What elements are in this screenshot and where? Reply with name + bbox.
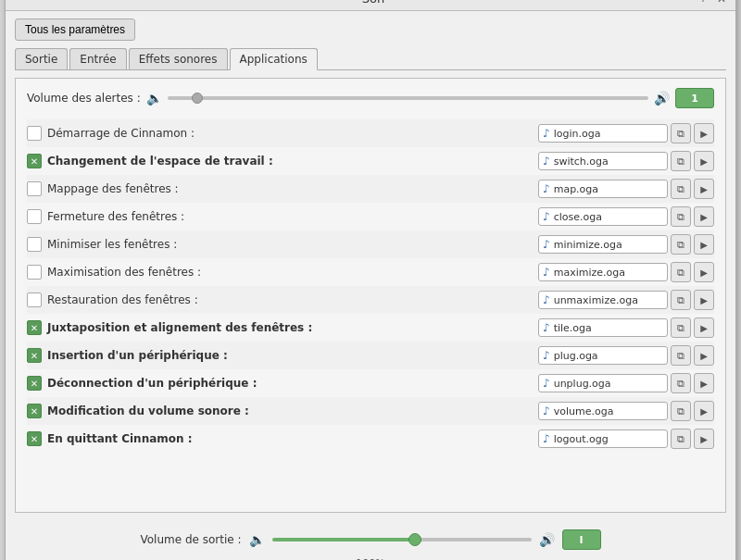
play-sound-button[interactable]: ▶ (694, 179, 714, 199)
sound-checkbox[interactable] (27, 404, 42, 418)
music-icon: ♪ (543, 293, 550, 306)
copy-sound-button[interactable]: ⧉ (671, 317, 691, 338)
sound-row-label: Minimiser les fenêtres : (47, 238, 538, 251)
sound-file-field[interactable]: ♪login.oga (538, 124, 668, 143)
sound-filename: maximize.oga (554, 267, 625, 279)
window-title: Son (69, 0, 678, 6)
sound-file-field[interactable]: ♪switch.oga (538, 152, 668, 170)
sound-row-label: Changement de l'espace de travail : (47, 155, 538, 168)
sound-row-label: Maximisation des fenêtres : (47, 266, 538, 279)
sound-filename: login.oga (554, 128, 601, 140)
alert-volume-slider[interactable] (168, 96, 648, 100)
sound-file-field[interactable]: ♪close.oga (538, 207, 668, 226)
copy-sound-button[interactable]: ⧉ (671, 345, 691, 366)
music-icon: ♪ (543, 182, 550, 195)
play-sound-button[interactable]: ▶ (694, 317, 714, 338)
sound-file-field[interactable]: ♪unmaximize.oga (538, 291, 668, 309)
output-volume-thumb[interactable] (408, 533, 421, 546)
sound-row-label: Fermeture des fenêtres : (47, 210, 538, 223)
alert-volume-label: Volume des alertes : (27, 92, 141, 105)
tab-applications[interactable]: Applications (230, 48, 318, 70)
titlebar: Son − + ✕ (6, 0, 735, 11)
copy-sound-button[interactable]: ⧉ (671, 151, 691, 171)
sound-file-field[interactable]: ♪map.oga (538, 180, 668, 198)
sound-checkbox[interactable] (27, 265, 42, 280)
sound-filename: switch.oga (554, 156, 609, 168)
sound-row: Maximisation des fenêtres :♪maximize.oga… (27, 258, 714, 286)
minimize-button[interactable]: − (678, 0, 691, 6)
sound-row: Déconnection d'un périphérique :♪unplug.… (27, 369, 714, 397)
output-volume-slider[interactable] (272, 538, 532, 541)
bottom-bar: Volume de sortie : 🔈 🔊 I 100% (6, 522, 735, 560)
play-sound-button[interactable]: ▶ (694, 290, 714, 310)
sound-row-label: Insertion d'un périphérique : (47, 349, 538, 362)
sound-row: Restauration des fenêtres :♪unmaximize.o… (27, 286, 714, 314)
sound-checkbox[interactable] (27, 126, 42, 141)
music-icon: ♪ (543, 127, 550, 140)
sound-file-field[interactable]: ♪logout.ogg (538, 429, 668, 448)
sound-checkbox[interactable] (27, 292, 42, 307)
sound-row: Fermeture des fenêtres :♪close.oga⧉▶ (27, 203, 714, 230)
sound-file-field[interactable]: ♪volume.oga (538, 402, 668, 420)
sound-row: Minimiser les fenêtres :♪minimize.oga⧉▶ (27, 230, 714, 258)
copy-sound-button[interactable]: ⧉ (671, 179, 691, 199)
copy-sound-button[interactable]: ⧉ (671, 123, 691, 143)
play-sound-button[interactable]: ▶ (694, 151, 714, 171)
play-sound-button[interactable]: ▶ (694, 429, 714, 449)
sound-row-label: En quittant Cinnamon : (47, 432, 538, 445)
maximize-button[interactable]: + (697, 0, 710, 6)
copy-sound-button[interactable]: ⧉ (671, 429, 691, 449)
sound-checkbox[interactable] (27, 237, 42, 252)
sound-file-field[interactable]: ♪maximize.oga (538, 263, 668, 281)
sound-checkbox[interactable] (27, 320, 42, 335)
copy-sound-button[interactable]: ⧉ (671, 401, 691, 421)
sound-row-label: Modification du volume sonore : (47, 404, 538, 417)
sound-checkbox[interactable] (27, 181, 42, 196)
play-sound-button[interactable]: ▶ (694, 123, 714, 143)
sound-filename: volume.oga (554, 405, 614, 417)
tab-sortie[interactable]: Sortie (15, 48, 68, 69)
play-sound-button[interactable]: ▶ (694, 373, 714, 393)
window-body: Tous les paramètres Sortie Entrée Effets… (6, 11, 735, 522)
copy-sound-button[interactable]: ⧉ (671, 290, 691, 310)
sound-filename: unmaximize.oga (554, 294, 638, 306)
alert-volume-row: Volume des alertes : 🔈 🔊 1 (27, 88, 714, 108)
sound-row: Changement de l'espace de travail :♪swit… (27, 147, 714, 175)
sound-file-field[interactable]: ♪plug.oga (538, 346, 668, 365)
window-controls: − + ✕ (678, 0, 728, 6)
copy-sound-button[interactable]: ⧉ (671, 234, 691, 255)
sound-checkbox[interactable] (27, 348, 42, 363)
sound-row-label: Déconnection d'un périphérique : (47, 377, 538, 390)
music-icon: ♪ (543, 210, 550, 223)
alert-volume-thumb[interactable] (192, 93, 203, 104)
sound-row: Modification du volume sonore :♪volume.o… (27, 397, 714, 425)
play-sound-button[interactable]: ▶ (694, 401, 714, 421)
play-sound-button[interactable]: ▶ (694, 234, 714, 255)
sound-row: Juxtaposition et alignement des fenêtres… (27, 314, 714, 342)
music-icon: ♪ (543, 155, 550, 168)
sound-file-field[interactable]: ♪tile.oga (538, 318, 668, 337)
sound-filename: tile.oga (554, 322, 592, 334)
sound-checkbox[interactable] (27, 431, 42, 446)
play-sound-button[interactable]: ▶ (694, 345, 714, 366)
sound-file-field[interactable]: ♪unplug.oga (538, 374, 668, 392)
close-button[interactable]: ✕ (715, 0, 728, 6)
sound-row-label: Juxtaposition et alignement des fenêtres… (47, 321, 538, 334)
sound-file-field[interactable]: ♪minimize.oga (538, 235, 668, 254)
tab-effets[interactable]: Effets sonores (129, 48, 228, 69)
sound-checkbox[interactable] (27, 209, 42, 224)
speaker-high-icon: 🔊 (654, 91, 670, 106)
tab-entree[interactable]: Entrée (69, 48, 126, 69)
music-icon: ♪ (543, 238, 550, 251)
copy-sound-button[interactable]: ⧉ (671, 206, 691, 227)
sound-checkbox[interactable] (27, 154, 42, 168)
sound-checkbox[interactable] (27, 376, 42, 391)
all-settings-button[interactable]: Tous les paramètres (15, 19, 135, 41)
play-sound-button[interactable]: ▶ (694, 206, 714, 227)
speaker-low-icon: 🔈 (146, 91, 162, 106)
copy-sound-button[interactable]: ⧉ (671, 373, 691, 393)
play-sound-button[interactable]: ▶ (694, 262, 714, 282)
copy-sound-button[interactable]: ⧉ (671, 262, 691, 282)
content-area: Volume des alertes : 🔈 🔊 1 Démarrage de … (15, 78, 726, 513)
music-icon: ♪ (543, 404, 550, 417)
